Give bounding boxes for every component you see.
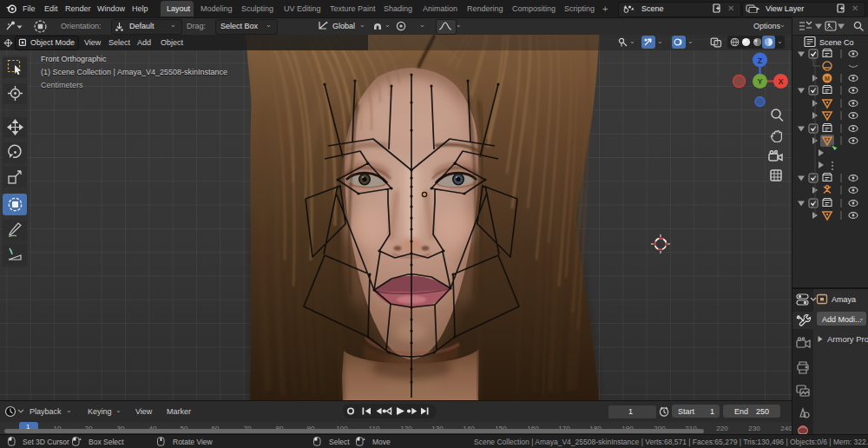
svg-text:Z: Z bbox=[758, 56, 763, 65]
svg-text:Scene Co: Scene Co bbox=[819, 38, 854, 47]
svg-text:220: 220 bbox=[716, 425, 728, 432]
svg-text:230: 230 bbox=[748, 425, 760, 432]
svg-text:M: M bbox=[825, 76, 830, 82]
svg-text:240: 240 bbox=[780, 425, 792, 432]
svg-text:Y: Y bbox=[757, 77, 762, 86]
svg-text:X: X bbox=[778, 77, 783, 86]
